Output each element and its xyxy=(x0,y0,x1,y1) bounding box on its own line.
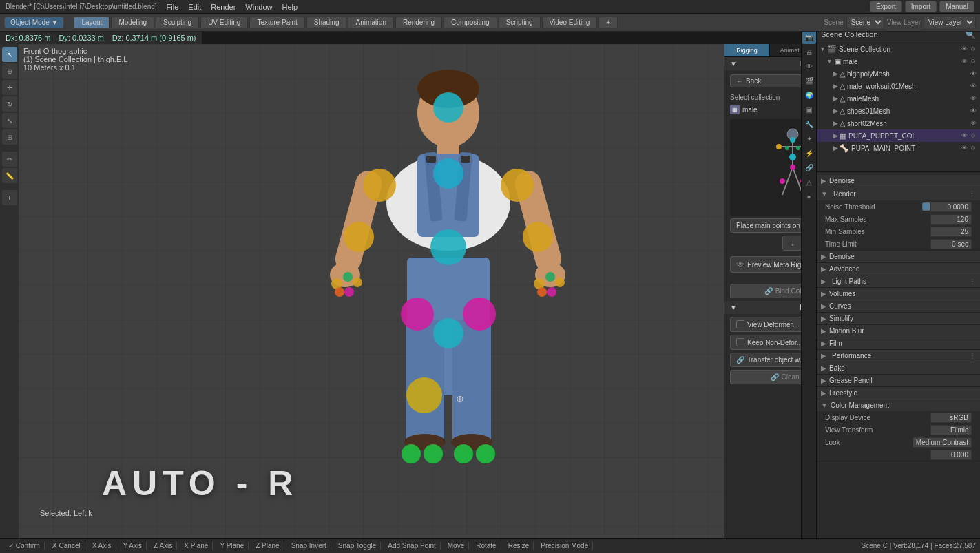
section-bake-header[interactable]: ▶ Bake xyxy=(817,362,980,374)
bind-icon: 🔗 xyxy=(764,287,773,295)
object-mode-btn[interactable]: Object Mode ▼ xyxy=(4,17,64,28)
prop-icon-render[interactable]: 📷 xyxy=(802,30,816,44)
section-film-header[interactable]: ▶ Film xyxy=(817,337,980,349)
noise-threshold-checkbox[interactable] xyxy=(922,202,930,211)
down-arrow-button[interactable]: ↓ xyxy=(782,236,803,251)
svg-point-24 xyxy=(523,222,553,252)
measure-tool[interactable]: 📏 xyxy=(2,168,17,183)
section-denoise-1-header[interactable]: ▶ Denoise xyxy=(817,175,980,187)
mode-add[interactable]: + xyxy=(598,17,618,28)
svg-point-25 xyxy=(401,298,434,331)
status-confirm[interactable]: ✓ Confirm xyxy=(4,542,45,550)
select-tool[interactable]: ↖ xyxy=(2,47,17,62)
mode-sculpting[interactable]: Sculpting xyxy=(156,17,199,28)
mode-layout[interactable]: Layout xyxy=(74,17,110,28)
status-move[interactable]: Move xyxy=(444,542,469,550)
render-props-content: ▶ Denoise ▼Render ⋮ Noise Threshold xyxy=(817,172,980,464)
status-snap-toggle[interactable]: Snap Toggle xyxy=(334,542,381,550)
menu-window[interactable]: Window xyxy=(241,2,276,12)
keep-non-deformer-checkbox[interactable] xyxy=(736,338,744,346)
add-tool[interactable]: + xyxy=(2,190,17,205)
annotate-tool[interactable]: ✏ xyxy=(2,152,17,167)
mode-compositing[interactable]: Compositing xyxy=(444,17,497,28)
prop-icon-object[interactable]: ▣ xyxy=(802,103,816,116)
svg-point-71 xyxy=(785,146,789,150)
status-x-plane[interactable]: X Plane xyxy=(180,542,213,550)
menu-file[interactable]: File xyxy=(163,2,183,12)
status-snap-invert[interactable]: Snap Invert xyxy=(287,542,331,550)
status-z-axis[interactable]: Z Axis xyxy=(149,542,177,550)
prop-icon-material[interactable]: ● xyxy=(802,189,816,203)
export-button[interactable]: Export xyxy=(870,1,902,12)
menu-render[interactable]: Render xyxy=(207,2,240,12)
menu-help[interactable]: Help xyxy=(278,2,302,12)
mode-video[interactable]: Video Editing xyxy=(542,17,598,28)
prop-time-limit: Time Limit 0 sec xyxy=(817,238,980,250)
svg-point-31 xyxy=(335,287,344,297)
prop-icon-scene[interactable]: 🎬 xyxy=(802,74,816,87)
manual-button[interactable]: Manual xyxy=(939,1,974,12)
svg-point-32 xyxy=(344,287,354,297)
prop-icon-view[interactable]: 👁 xyxy=(802,59,816,73)
section-freestyle-header[interactable]: ▶ Freestyle xyxy=(817,387,980,399)
status-add-snap[interactable]: Add Snap Point xyxy=(384,542,441,550)
prop-icon-world[interactable]: 🌍 xyxy=(802,88,816,102)
cursor-tool[interactable]: ⊕ xyxy=(2,63,17,79)
status-rotate[interactable]: Rotate xyxy=(472,542,501,550)
status-resize[interactable]: Resize xyxy=(504,542,534,550)
status-y-axis[interactable]: Y Axis xyxy=(119,542,147,550)
status-z-plane[interactable]: Z Plane xyxy=(251,542,284,550)
svg-point-34 xyxy=(545,272,555,282)
view-deformer-checkbox[interactable] xyxy=(736,320,744,328)
status-precision[interactable]: Precision Mode xyxy=(536,542,593,550)
svg-point-43 xyxy=(476,444,495,463)
svg-point-29 xyxy=(343,272,353,282)
mode-uv[interactable]: UV Editing xyxy=(200,17,248,28)
section-light-paths-header[interactable]: ▶Light Paths ⋮ xyxy=(817,275,980,287)
svg-point-69 xyxy=(777,145,781,149)
section-curves-header[interactable]: ▶ Curves xyxy=(817,300,980,312)
tab-rigging[interactable]: Rigging xyxy=(724,44,770,56)
prop-icon-data[interactable]: △ xyxy=(802,175,816,189)
header-modes: Layout Modeling Sculpting UV Editing Tex… xyxy=(74,17,618,28)
mode-modeling[interactable]: Modeling xyxy=(111,17,154,28)
scale-tool[interactable]: ⤡ xyxy=(2,113,17,128)
section-grease-pencil-header[interactable]: ▶ Grease Pencil xyxy=(817,375,980,386)
rotate-tool[interactable]: ↻ xyxy=(2,96,17,112)
section-simplify-header[interactable]: ▶ Simplify xyxy=(817,313,980,324)
section-volumes: ▶ Volumes xyxy=(817,288,980,300)
section-render-header[interactable]: ▼Render ⋮ xyxy=(817,187,980,200)
selected-overlay: Selected: Left k xyxy=(40,509,92,517)
mode-rendering[interactable]: Rendering xyxy=(395,17,442,28)
header-toolbar: Object Mode ▼ Layout Modeling Sculpting … xyxy=(0,14,980,32)
mode-scripting[interactable]: Scripting xyxy=(499,17,541,28)
transform-tool[interactable]: ⊞ xyxy=(2,129,17,145)
tree-item-worksuit: ▶ △ male_worksuit01Mesh 👁 xyxy=(817,80,980,92)
section-performance-header[interactable]: ▶Performance ⋮ xyxy=(817,350,980,362)
character-svg: ⊕ xyxy=(276,65,621,519)
scene-select[interactable]: Scene xyxy=(846,17,884,28)
view-layer-select[interactable]: View Layer xyxy=(924,17,976,28)
status-x-axis[interactable]: X Axis xyxy=(88,542,116,550)
move-tool[interactable]: ✛ xyxy=(2,80,17,95)
status-cancel[interactable]: ✗ Cancel xyxy=(48,542,85,550)
status-y-plane[interactable]: Y Plane xyxy=(216,542,249,550)
prop-icon-physics[interactable]: ⚡ xyxy=(802,146,816,160)
mode-animation[interactable]: Animation xyxy=(348,17,393,28)
prop-icon-particles[interactable]: ✦ xyxy=(802,132,816,145)
section-motion-blur-header[interactable]: ▶ Motion Blur xyxy=(817,325,980,337)
clean-icon: 🔗 xyxy=(771,373,779,381)
coord-dy: Dy: 0.0233 m xyxy=(59,34,103,42)
svg-text:⊕: ⊕ xyxy=(456,393,464,404)
mode-shading[interactable]: Shading xyxy=(306,17,347,28)
menu-edit[interactable]: Edit xyxy=(184,2,205,12)
section-volumes-header[interactable]: ▶ Volumes xyxy=(817,288,980,300)
section-advanced-header[interactable]: ▶ Advanced xyxy=(817,263,980,275)
prop-icon-output[interactable]: 🖨 xyxy=(802,45,816,59)
section-denoise-2-header[interactable]: ▶ Denoise xyxy=(817,251,980,262)
import-button[interactable]: Import xyxy=(905,1,937,12)
mode-texture[interactable]: Texture Paint xyxy=(249,17,304,28)
prop-icon-constraints[interactable]: 🔗 xyxy=(802,160,816,174)
prop-icon-modifier[interactable]: 🔧 xyxy=(802,117,816,131)
section-color-management-header[interactable]: ▼ Color Management xyxy=(817,399,980,411)
